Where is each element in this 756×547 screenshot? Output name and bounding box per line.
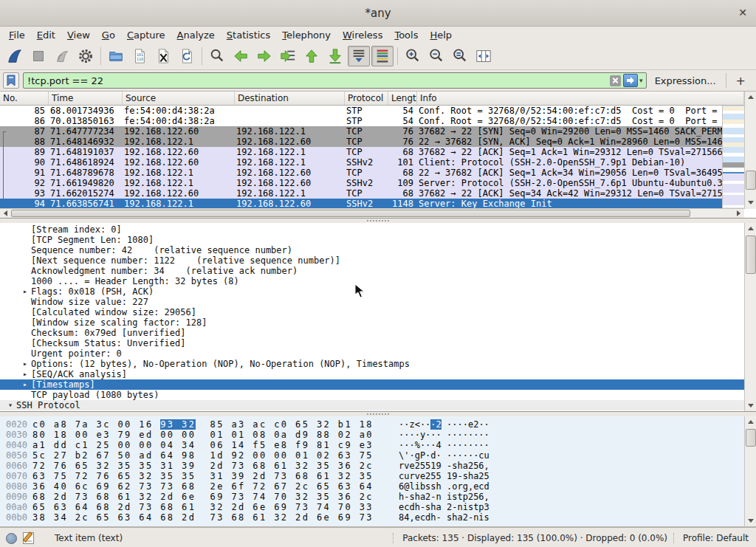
hex-row-00a0[interactable]: 00a065 63 64 68 2d 73 68 61 32 2d 6e 69 …: [0, 502, 744, 512]
menu-go[interactable]: Go: [96, 28, 121, 42]
go-last-button[interactable]: [324, 46, 346, 66]
start-capture-button[interactable]: [4, 46, 26, 66]
go-first-button[interactable]: [300, 46, 323, 66]
detail-row[interactable]: 1000 .... = Header Length: 32 bytes (8): [0, 276, 744, 286]
menu-file[interactable]: File: [3, 28, 31, 42]
detail-row[interactable]: Checksum: 0x79ed [unverified]: [0, 328, 744, 338]
detail-row[interactable]: [Window size scaling factor: 128]: [0, 317, 744, 328]
column-header-no[interactable]: No.: [0, 92, 49, 105]
column-header-source[interactable]: Source: [123, 92, 235, 105]
column-header-time[interactable]: Time: [49, 92, 123, 105]
detail-row[interactable]: Acknowledgment number: 34 (relative ack …: [0, 266, 744, 276]
expander-right-icon[interactable]: ▸: [19, 359, 31, 369]
expression-button[interactable]: Expression...: [650, 75, 722, 86]
detail-row[interactable]: [TCP Segment Len: 1080]: [0, 235, 744, 245]
capture-comment-icon[interactable]: [23, 532, 34, 544]
hex-row-0080[interactable]: 008036 40 6c 69 62 73 73 68 2e 6f 72 67 …: [0, 481, 744, 492]
packet-row-90[interactable]: 9071.648618924192.168.122.60192.168.122.…: [0, 157, 722, 168]
expander-right-icon[interactable]: ▸: [19, 379, 31, 390]
colorize-button[interactable]: [371, 46, 394, 66]
expander-right-icon[interactable]: ▸: [19, 286, 31, 297]
scroll-left-icon[interactable]: [1, 209, 10, 218]
save-file-button[interactable]: 101110: [128, 46, 151, 66]
find-packet-button[interactable]: [206, 46, 228, 66]
stop-capture-button[interactable]: [27, 46, 49, 66]
expander-down-icon[interactable]: ▾: [4, 400, 16, 410]
hex-row-0030[interactable]: 003080 18 00 e3 79 ed 00 00 01 01 08 0a …: [0, 430, 744, 440]
detail-row[interactable]: ▸[SEQ/ACK analysis]: [0, 369, 744, 379]
zoom-original-button[interactable]: [449, 46, 471, 66]
scroll-up-icon[interactable]: [746, 417, 756, 427]
detail-row[interactable]: Urgent pointer: 0: [0, 348, 744, 359]
detail-row[interactable]: [Next sequence number: 1122 (relative se…: [0, 255, 744, 266]
scroll-down-icon[interactable]: [746, 516, 756, 526]
scroll-thumb[interactable]: [746, 429, 756, 447]
add-filter-button[interactable]: +: [730, 74, 752, 88]
detail-row[interactable]: [Stream index: 0]: [0, 224, 744, 235]
menu-view[interactable]: View: [61, 28, 96, 42]
close-file-button[interactable]: [152, 46, 174, 66]
scroll-down-icon[interactable]: [746, 401, 756, 410]
apply-filter-button[interactable]: [623, 74, 638, 87]
scroll-up-icon[interactable]: [746, 92, 756, 102]
titlebar[interactable]: *any ✕: [0, 0, 756, 27]
expert-info-icon[interactable]: [6, 533, 17, 544]
scroll-thumb[interactable]: [746, 171, 756, 190]
packet-row-85[interactable]: 8568.001734936fe:54:00:d4:38:2aSTP54Conf…: [0, 106, 722, 116]
capture-options-button[interactable]: [75, 46, 97, 66]
column-header-destination[interactable]: Destination: [235, 92, 345, 105]
go-back-button[interactable]: [230, 46, 252, 66]
menu-capture[interactable]: Capture: [121, 28, 171, 42]
close-window-icon[interactable]: ✕: [738, 7, 747, 18]
bytes-vscrollbar[interactable]: [744, 416, 756, 527]
detail-row[interactable]: [Calculated window size: 29056]: [0, 307, 744, 317]
menu-telephony[interactable]: Telephony: [276, 28, 337, 42]
packet-row-94[interactable]: 9471.663856741192.168.122.1192.168.122.6…: [0, 199, 722, 209]
filter-dropdown-caret-icon[interactable]: ▾: [639, 77, 646, 84]
restart-capture-button[interactable]: [51, 46, 73, 66]
expander-right-icon[interactable]: ▸: [19, 369, 31, 379]
detail-row[interactable]: Window size value: 227: [0, 297, 744, 307]
column-header-length[interactable]: Length: [388, 92, 417, 105]
packet-list-minimap[interactable]: [722, 92, 744, 209]
auto-scroll-button[interactable]: [348, 46, 370, 66]
go-to-packet-button[interactable]: [277, 46, 299, 66]
zoom-out-button[interactable]: [425, 46, 447, 66]
status-profile[interactable]: Profile: Default: [673, 533, 749, 543]
packet-row-87[interactable]: 8771.647777234192.168.122.60192.168.122.…: [0, 126, 722, 137]
menu-help[interactable]: Help: [424, 28, 458, 42]
column-header-protocol[interactable]: Protocol: [345, 92, 388, 105]
scroll-thumb[interactable]: [746, 235, 756, 274]
menu-statistics[interactable]: Statistics: [221, 28, 276, 42]
scroll-thumb[interactable]: [11, 210, 690, 217]
menu-tools[interactable]: Tools: [388, 28, 424, 42]
zoom-in-button[interactable]: [402, 46, 424, 66]
hex-row-0060[interactable]: 006072 76 65 32 35 35 31 39 2d 73 68 61 …: [0, 461, 744, 471]
go-forward-button[interactable]: [253, 46, 275, 66]
menu-analyze[interactable]: Analyze: [171, 28, 221, 42]
reload-file-button[interactable]: [176, 46, 198, 66]
hex-row-0040[interactable]: 0040a1 dd c1 25 00 00 04 34 06 14 f5 e8 …: [0, 440, 744, 450]
hex-row-0050[interactable]: 00505c 27 b2 67 50 ad 64 98 1d 92 00 00 …: [0, 450, 744, 461]
filter-input[interactable]: !tcp.port == 22 ▾: [23, 72, 647, 89]
scroll-right-icon[interactable]: [734, 209, 743, 218]
packet-row-88[interactable]: 8871.648146932192.168.122.1192.168.122.6…: [0, 137, 722, 147]
hex-row-0090[interactable]: 009068 2d 73 68 61 32 2d 6e 69 73 74 70 …: [0, 492, 744, 502]
hex-row-0070[interactable]: 007063 75 72 76 65 32 35 35 31 39 2d 73 …: [0, 471, 744, 481]
hex-row-00b0[interactable]: 00b038 34 2c 65 63 64 68 2d 73 68 61 32 …: [0, 512, 744, 523]
detail-row[interactable]: ▸[Timestamps]: [0, 379, 744, 390]
menu-wireless[interactable]: Wireless: [337, 28, 388, 42]
column-header-info[interactable]: Info: [417, 92, 744, 105]
detail-row[interactable]: Sequence number: 42 (relative sequence n…: [0, 245, 744, 255]
packet-row-86[interactable]: 8670.013850163fe:54:00:d4:38:2aSTP54Conf…: [0, 116, 722, 126]
scroll-up-icon[interactable]: [746, 224, 756, 233]
clear-filter-icon[interactable]: [610, 75, 621, 86]
resize-columns-button[interactable]: [472, 46, 495, 66]
packet-list-hscrollbar[interactable]: [0, 208, 744, 218]
packet-row-89[interactable]: 8971.648191037192.168.122.60192.168.122.…: [0, 147, 722, 157]
packet-row-93[interactable]: 9371.662015274192.168.122.60192.168.122.…: [0, 188, 722, 199]
packet-row-91[interactable]: 9171.648789678192.168.122.1192.168.122.6…: [0, 168, 722, 178]
details-vscrollbar[interactable]: [744, 223, 756, 412]
detail-row[interactable]: ▾SSH Protocol: [0, 400, 744, 410]
hex-row-0020[interactable]: 0020c0 a8 7a 3c 00 16 93 32 85 a3 ac c0 …: [0, 419, 744, 430]
